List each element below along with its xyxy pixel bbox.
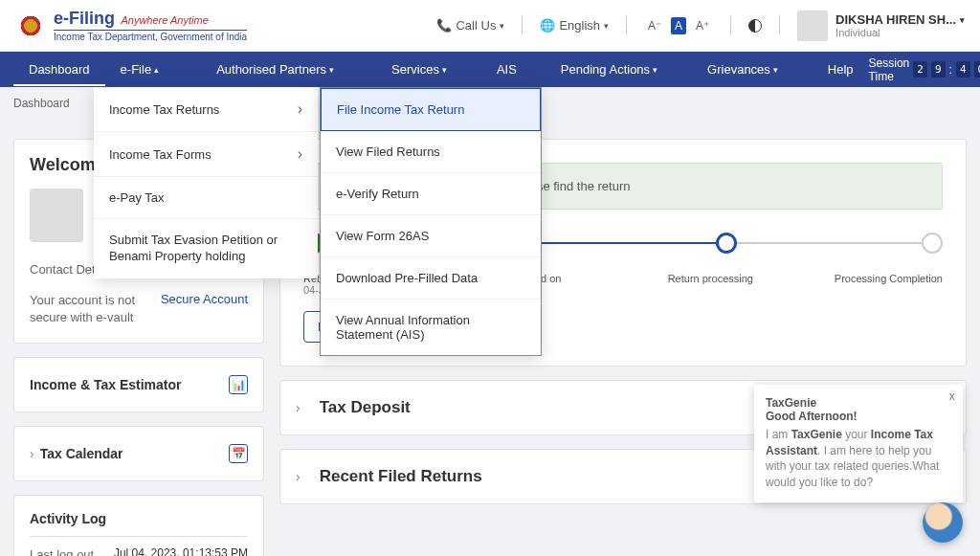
lastlog-label: Last log out (30, 546, 94, 556)
chevron-right-icon: › (30, 446, 34, 461)
user-info: DIKSHA HIREN SH... ▾ Individual (835, 12, 965, 38)
step-label: Return processing (653, 273, 768, 284)
nav-grievances-label: Grievances (707, 62, 770, 77)
font-decrease-button[interactable]: A⁻ (644, 17, 665, 34)
activity-log-card: Activity Log Last log out Jul 04, 2023, … (13, 495, 264, 556)
font-size-controls: A⁻ A A⁺ (644, 17, 713, 34)
step-processing-icon (716, 233, 737, 254)
nav-efile[interactable]: e-File ▴ (105, 53, 175, 86)
activity-title: Activity Log (30, 511, 248, 537)
menu-label: View Annual Information Statement (AIS) (336, 313, 525, 342)
nav-pending-label: Pending Actions (561, 62, 650, 77)
menu-label: e-Verify Return (336, 187, 419, 201)
section-title: Recent Filed Returns (320, 467, 482, 486)
session-label: Session Time (869, 56, 910, 83)
chat-greeting: Good Afternoon! (766, 410, 951, 423)
step-label: Processing Completion (828, 273, 943, 284)
globe-icon: 🌐 (540, 18, 555, 33)
chevron-right-icon: › (298, 145, 302, 163)
chevron-right-icon: › (296, 400, 301, 415)
brand-dept: Income Tax Department, Government of Ind… (54, 30, 247, 42)
nav-pending[interactable]: Pending Actions ▾ (546, 53, 673, 86)
services-menu-ais[interactable]: View Annual Information Statement (AIS) (321, 300, 541, 355)
breadcrumb-item[interactable]: Dashboard (13, 97, 70, 110)
lastlog-value: Jul 04, 2023, 01:13:53 PM (114, 546, 248, 556)
panel-title: Tax Calendar (40, 446, 123, 461)
efile-menu-epay-tax[interactable]: e-Pay Tax (94, 177, 318, 219)
section-title: Tax Deposit (320, 398, 411, 417)
calculator-icon: 📊 (229, 375, 248, 394)
chevron-down-icon: ▾ (500, 21, 504, 31)
menu-label: View Filed Returns (336, 145, 440, 159)
user-menu[interactable]: DIKSHA HIREN SH... ▾ Individual (797, 11, 965, 41)
nav-authorised-label: Authorised Partners (216, 62, 326, 77)
efile-menu-income-tax-forms[interactable]: Income Tax Forms› (94, 132, 318, 177)
services-menu-form26as[interactable]: View Form 26AS (321, 215, 541, 257)
menu-label: Income Tax Returns (109, 102, 219, 117)
menu-label: Submit Tax Evasion Petition or Benami Pr… (109, 233, 302, 265)
divider (626, 16, 627, 35)
call-us-dropdown[interactable]: 📞 Call Us ▾ (436, 18, 504, 33)
logo-text: e-Filing Anywhere Anytime Income Tax Dep… (54, 9, 247, 42)
services-dropdown: File Income Tax Return View Filed Return… (320, 87, 542, 356)
chat-text: your (842, 428, 871, 441)
avatar-icon (797, 11, 828, 41)
close-icon[interactable]: x (949, 389, 956, 403)
menu-label: View Form 26AS (336, 229, 429, 243)
services-menu-file-itr[interactable]: File Income Tax Return (321, 88, 541, 131)
services-menu-everify[interactable]: e-Verify Return (321, 173, 541, 215)
nav-bar: Dashboard e-File ▴ Authorised Partners ▾… (0, 52, 980, 87)
chevron-right-icon: › (298, 100, 302, 118)
divider (730, 16, 731, 35)
chat-popup: x TaxGenie Good Afternoon! I am TaxGenie… (754, 385, 963, 502)
income-tax-estimator-panel[interactable]: Income & Tax Estimator 📊 (13, 357, 264, 412)
menu-label: Download Pre-Filled Data (336, 271, 478, 285)
secure-account-link[interactable]: Secure Account (161, 292, 248, 326)
efile-menu-tax-evasion[interactable]: Submit Tax Evasion Petition or Benami Pr… (94, 219, 318, 278)
chat-title: TaxGenie (766, 396, 951, 410)
brand-name: e-Filing (54, 9, 115, 28)
language-dropdown[interactable]: 🌐 English ▾ (540, 18, 609, 33)
efile-dropdown: Income Tax Returns› Income Tax Forms› e-… (94, 87, 318, 278)
divider (522, 16, 523, 35)
nav-authorised[interactable]: Authorised Partners ▾ (201, 53, 349, 86)
top-actions: 📞 Call Us ▾ 🌐 English ▾ A⁻ A A⁺ DIKSHA H… (436, 11, 965, 41)
nav-services-label: Services (391, 62, 439, 77)
services-menu-view-filed[interactable]: View Filed Returns (321, 131, 541, 173)
tax-calendar-panel[interactable]: › Tax Calendar 📅 (13, 426, 264, 481)
chat-body: I am TaxGenie your Income Tax Assistant.… (766, 427, 951, 491)
phone-icon: 📞 (436, 18, 452, 33)
chevron-down-icon: ▾ (653, 65, 657, 75)
nav-grievances[interactable]: Grievances ▾ (692, 53, 793, 86)
step-completion-icon (922, 233, 943, 254)
font-normal-button[interactable]: A (671, 17, 686, 34)
emblem-icon (15, 11, 46, 41)
language-label: English (559, 18, 600, 33)
chevron-down-icon: ▾ (329, 65, 334, 75)
chat-text: I am (766, 428, 791, 441)
logo-area: e-Filing Anywhere Anytime Income Tax Dep… (15, 9, 436, 42)
user-type-label: Individual (835, 27, 965, 38)
chevron-down-icon: ▾ (960, 15, 965, 25)
brand-sub: Anywhere Anytime (121, 14, 208, 26)
nav-ais[interactable]: AIS (481, 53, 532, 86)
menu-label: e-Pay Tax (109, 190, 165, 205)
time-digit: 9 (931, 61, 946, 78)
services-menu-prefilled[interactable]: Download Pre-Filled Data (321, 257, 541, 300)
efile-menu-income-tax-returns[interactable]: Income Tax Returns› (94, 87, 318, 132)
font-increase-button[interactable]: A⁺ (692, 17, 713, 34)
menu-label: File Income Tax Return (337, 102, 464, 117)
nav-help[interactable]: Help (813, 53, 869, 86)
time-digit: 2 (913, 61, 927, 78)
top-bar: e-Filing Anywhere Anytime Income Tax Dep… (0, 0, 980, 52)
chevron-right-icon: › (296, 469, 301, 484)
chat-fab-button[interactable] (923, 502, 963, 543)
progress-line (737, 242, 922, 244)
menu-label: Income Tax Forms (109, 147, 212, 162)
chevron-down-icon: ▾ (604, 21, 609, 31)
nav-services[interactable]: Services ▾ (376, 53, 462, 86)
session-timer: Session Time 2 9: 4 0 (869, 56, 980, 83)
panel-title: Income & Tax Estimator (30, 377, 181, 392)
nav-dashboard[interactable]: Dashboard (13, 53, 105, 86)
contrast-toggle-icon[interactable] (748, 19, 762, 33)
